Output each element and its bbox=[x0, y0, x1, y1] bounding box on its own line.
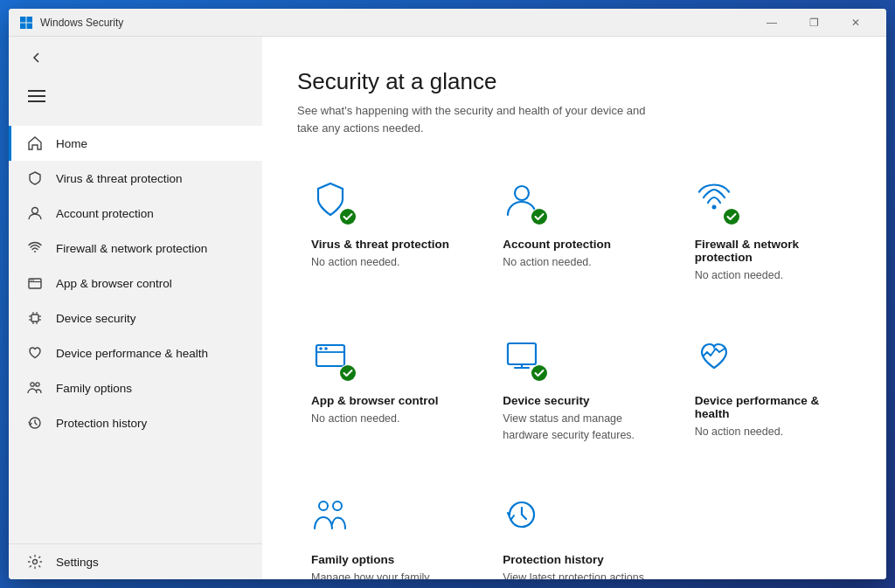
sidebar-item-account-label: Account protection bbox=[56, 207, 154, 220]
heart-icon bbox=[26, 344, 44, 362]
sidebar-bottom: Settings bbox=[9, 543, 262, 579]
sidebar-item-device-perf[interactable]: Device performance & health bbox=[9, 336, 262, 370]
card-firewall-desc: No action needed. bbox=[695, 267, 837, 284]
card-family-desc: Manage how your family uses their device… bbox=[311, 570, 454, 579]
sidebar-item-settings[interactable]: Settings bbox=[9, 544, 262, 579]
window-controls: — ❐ ✕ bbox=[752, 9, 876, 37]
app-icon bbox=[19, 16, 33, 30]
svg-point-20 bbox=[36, 383, 39, 386]
card-device-security-title: Device security bbox=[503, 394, 645, 407]
card-family-icon-wrap bbox=[311, 495, 357, 541]
sidebar: Home Virus & threat protection bbox=[9, 37, 262, 579]
card-virus-icon-wrap bbox=[311, 180, 357, 225]
cards-grid: Virus & threat protection No action need… bbox=[297, 164, 851, 579]
home-icon bbox=[26, 135, 44, 152]
card-account-title: Account protection bbox=[503, 238, 645, 251]
svg-rect-1 bbox=[27, 17, 33, 23]
sidebar-item-history-label: Protection history bbox=[56, 417, 147, 430]
svg-rect-0 bbox=[20, 17, 26, 23]
nav-back-area bbox=[9, 37, 262, 72]
card-firewall-check bbox=[723, 208, 740, 225]
svg-point-22 bbox=[340, 209, 356, 225]
card-device-security[interactable]: Device security View status and manage h… bbox=[489, 321, 659, 460]
card-device-perf[interactable]: Device performance & health No action ne… bbox=[681, 321, 851, 460]
card-device-perf-desc: No action needed. bbox=[695, 424, 837, 440]
card-virus[interactable]: Virus & threat protection No action need… bbox=[297, 164, 468, 300]
hamburger-line-1 bbox=[28, 90, 45, 92]
sidebar-item-home[interactable]: Home bbox=[9, 126, 262, 161]
card-app-browser[interactable]: App & browser control No action needed. bbox=[297, 321, 468, 460]
sidebar-item-account[interactable]: Account protection bbox=[9, 196, 262, 231]
sidebar-item-device-security-label: Device security bbox=[56, 312, 136, 325]
svg-point-31 bbox=[340, 365, 356, 381]
sidebar-item-app-browser-label: App & browser control bbox=[56, 277, 172, 290]
history-icon bbox=[26, 414, 44, 432]
svg-point-37 bbox=[333, 502, 342, 510]
family-icon bbox=[26, 379, 44, 397]
svg-point-35 bbox=[531, 365, 547, 381]
card-account-desc: No action needed. bbox=[503, 254, 645, 271]
sidebar-item-home-label: Home bbox=[56, 137, 87, 150]
hamburger-button[interactable] bbox=[23, 82, 51, 110]
card-family[interactable]: Family options Manage how your family us… bbox=[297, 480, 468, 579]
svg-point-21 bbox=[33, 560, 38, 564]
card-history-icon-wrap bbox=[503, 495, 548, 541]
nav-menu: Home Virus & threat protection bbox=[9, 126, 262, 440]
card-app-browser-title: App & browser control bbox=[311, 394, 454, 407]
app-body: Home Virus & threat protection bbox=[9, 37, 886, 579]
sidebar-item-firewall[interactable]: Firewall & network protection bbox=[9, 231, 262, 266]
svg-point-5 bbox=[34, 251, 36, 252]
titlebar-left: Windows Security bbox=[19, 16, 123, 30]
card-history-title: Protection history bbox=[503, 553, 645, 566]
sidebar-item-app-browser[interactable]: App & browser control bbox=[9, 266, 262, 301]
sidebar-item-family[interactable]: Family options bbox=[9, 370, 262, 405]
person-icon bbox=[26, 204, 44, 222]
svg-rect-2 bbox=[20, 23, 26, 29]
svg-point-25 bbox=[711, 205, 716, 210]
card-device-perf-icon bbox=[695, 336, 733, 375]
card-virus-check bbox=[339, 208, 357, 225]
card-firewall-icon-wrap bbox=[695, 180, 740, 225]
svg-point-8 bbox=[31, 280, 32, 281]
card-firewall[interactable]: Firewall & network protection No action … bbox=[681, 164, 851, 300]
svg-point-36 bbox=[319, 502, 328, 510]
sidebar-item-virus-label: Virus & threat protection bbox=[56, 172, 183, 185]
card-account-icon-wrap bbox=[503, 180, 548, 225]
card-history[interactable]: Protection history View latest protectio… bbox=[489, 480, 659, 579]
sidebar-item-device-perf-label: Device performance & health bbox=[56, 347, 208, 360]
card-history-desc: View latest protection actions and recom… bbox=[503, 570, 645, 579]
titlebar: Windows Security — ❐ ✕ bbox=[9, 9, 886, 37]
card-family-title: Family options bbox=[311, 553, 454, 566]
card-app-browser-check bbox=[339, 364, 357, 382]
card-virus-desc: No action needed. bbox=[311, 254, 454, 271]
card-app-browser-icon-wrap bbox=[311, 336, 357, 382]
page-title: Security at a glance bbox=[297, 68, 851, 95]
hamburger-line-3 bbox=[28, 100, 45, 102]
card-virus-title: Virus & threat protection bbox=[311, 238, 454, 251]
card-account-check bbox=[531, 208, 548, 225]
chip-icon bbox=[26, 309, 44, 327]
svg-point-30 bbox=[324, 347, 328, 350]
svg-point-26 bbox=[724, 209, 739, 225]
card-account[interactable]: Account protection No action needed. bbox=[489, 164, 659, 300]
sidebar-item-history[interactable]: Protection history bbox=[9, 405, 262, 440]
settings-label: Settings bbox=[56, 556, 99, 569]
close-button[interactable]: ✕ bbox=[836, 9, 876, 37]
sidebar-item-device-security[interactable]: Device security bbox=[9, 301, 262, 336]
svg-point-23 bbox=[515, 186, 529, 200]
back-button[interactable] bbox=[23, 44, 51, 72]
window-title: Windows Security bbox=[40, 17, 123, 29]
hamburger-line-2 bbox=[28, 95, 45, 97]
page-subtitle: See what's happening with the security a… bbox=[297, 102, 664, 136]
wifi-icon bbox=[26, 239, 44, 257]
svg-point-29 bbox=[319, 347, 323, 350]
sidebar-item-firewall-label: Firewall & network protection bbox=[56, 242, 207, 255]
svg-rect-3 bbox=[27, 23, 33, 29]
gear-icon bbox=[26, 553, 44, 571]
maximize-button[interactable]: ❐ bbox=[794, 9, 834, 37]
sidebar-item-virus[interactable]: Virus & threat protection bbox=[9, 161, 262, 196]
minimize-button[interactable]: — bbox=[752, 9, 792, 37]
svg-rect-32 bbox=[508, 343, 536, 364]
hamburger-area bbox=[9, 72, 262, 119]
svg-rect-10 bbox=[31, 315, 38, 322]
